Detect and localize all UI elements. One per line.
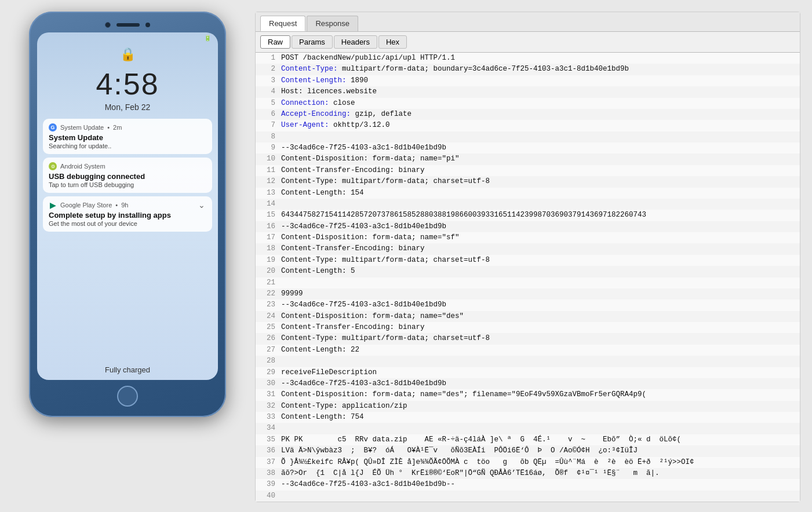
notif-body-play: Get the most out of your device: [49, 220, 206, 227]
http-panel: Request Response Raw Params Headers Hex …: [255, 12, 800, 502]
android-icon: ⊙: [49, 162, 57, 170]
notif-body-android: Tap to turn off USB debugging: [49, 181, 206, 188]
sub-tab-headers[interactable]: Headers: [334, 35, 377, 49]
notif-age-system-update: •: [107, 124, 110, 131]
notification-android-system[interactable]: ⊙ Android System USB debugging connected…: [43, 158, 212, 193]
expand-icon[interactable]: ⌄: [198, 200, 205, 210]
code-line: 1564344758271541142857207378615852880388…: [256, 210, 800, 221]
notifications-area: G System Update • 2m System Update Searc…: [37, 119, 218, 357]
code-line: 39--3c4ad6ce-7f25-4103-a3c1-8d1b40e1bd9b…: [256, 479, 800, 490]
clock-date: Mon, Feb 22: [37, 103, 218, 112]
battery-status: Fully charged: [37, 357, 218, 380]
code-line: 2Content-Type: multipart/form-data; boun…: [256, 64, 800, 75]
notification-system-update[interactable]: G System Update • 2m System Update Searc…: [43, 119, 212, 154]
code-line: 5Connection: close: [256, 98, 800, 109]
code-line: 30--3c4ad6ce-7f25-4103-a3c1-8d1b40e1bd9b: [256, 378, 800, 389]
play-icon: ▶: [49, 201, 57, 209]
notif-header-system-update: G System Update • 2m: [49, 123, 206, 131]
code-line: 33Content-Length: 754: [256, 412, 800, 423]
notif-header-android: ⊙ Android System: [49, 162, 206, 170]
code-line: 20Content-Length: 5: [256, 266, 800, 277]
code-line: 40: [256, 491, 800, 502]
notif-body-system-update: Searching for update..: [49, 142, 206, 149]
code-line: 34: [256, 423, 800, 434]
phone-top-bar: [37, 22, 218, 28]
code-line: 17Content-Disposition: form-data; name="…: [256, 232, 800, 243]
code-line: 7User-Agent: okhttp/3.12.0: [256, 120, 800, 131]
code-line: 8: [256, 131, 800, 142]
notification-google-play[interactable]: ▶ Google Play Store • 9h ⌄ Complete setu…: [43, 196, 212, 232]
lock-icon-area: 🔒: [37, 42, 218, 64]
notif-time-play: 9h: [121, 202, 128, 209]
code-line: 23--3c4ad6ce-7f25-4103-a3c1-8d1b40e1bd9b: [256, 299, 800, 310]
code-line: 6Accept-Encoding: gzip, deflate: [256, 109, 800, 120]
code-line: 27Content-Length: 22: [256, 345, 800, 356]
code-line: 10Content-Disposition: form-data; name="…: [256, 153, 800, 164]
lock-symbol: 🔒: [120, 47, 136, 62]
code-line: 32Content-Type: application/zip: [256, 401, 800, 412]
phone-screen: 🔋 🔒 4:58 Mon, Feb 22 G System Update • 2…: [37, 32, 218, 380]
code-line: 11Content-Transfer-Encoding: binary: [256, 165, 800, 176]
code-line: 29receiveFileDescription: [256, 367, 800, 378]
code-line: 12Content-Type: multipart/form-data; cha…: [256, 176, 800, 187]
phone-bottom-bar: [37, 386, 218, 407]
sub-tab-hex[interactable]: Hex: [378, 35, 407, 49]
notif-title-android: USB debugging connected: [49, 172, 206, 181]
phone-speaker: [116, 23, 140, 27]
code-line: 35PK PK c5 RRv data.zip AE «R-÷ä-ç4láÀ ]…: [256, 434, 800, 445]
code-line: 9--3c4ad6ce-7f25-4103-a3c1-8d1b40e1bd9b: [256, 142, 800, 153]
code-line: 18Content-Transfer-Encoding: binary: [256, 243, 800, 254]
tab-response[interactable]: Response: [307, 16, 358, 31]
sub-tab-params[interactable]: Params: [292, 35, 333, 49]
phone-dot: [145, 23, 150, 27]
code-line: 21: [256, 277, 800, 288]
code-line: 1POST /backendNew/public/api/upl HTTP/1.…: [256, 53, 800, 64]
code-line: 14: [256, 199, 800, 210]
notif-time-system-update: 2m: [113, 124, 122, 131]
notif-header-play: ▶ Google Play Store • 9h ⌄: [49, 201, 206, 209]
code-line: 25Content-Transfer-Encoding: binary: [256, 322, 800, 333]
clock-time: 4:58: [37, 67, 218, 101]
code-line: 16--3c4ad6ce-7f25-4103-a3c1-8d1b40e1bd9b: [256, 221, 800, 232]
notif-app-system-update: System Update: [60, 124, 104, 131]
phone-camera: [105, 22, 111, 28]
sub-tab-raw[interactable]: Raw: [260, 35, 290, 49]
notif-title-play: Complete setup by installing apps: [49, 211, 206, 220]
code-line: 19Content-Type: multipart/form-data; cha…: [256, 255, 800, 266]
notif-app-play: Google Play Store: [60, 202, 112, 209]
sub-tabs: Raw Params Headers Hex: [256, 32, 800, 53]
code-line: 38ãõ?>Or {1 C|å l{J ÉÕ Üh ° KrËï®®©‘EoR"…: [256, 468, 800, 479]
code-line: 13Content-Length: 154: [256, 188, 800, 199]
code-line: 37Õ }Å¾½£keifc RÂ¥p( QÛ»DÎ ZÌÈ å]e¾¾ÕÃ¢Ö…: [256, 457, 800, 468]
code-line: 4Host: licences.website: [256, 86, 800, 97]
phone-container: 🔋 🔒 4:58 Mon, Feb 22 G System Update • 2…: [12, 12, 243, 417]
home-button[interactable]: [117, 386, 138, 407]
google-icon: G: [49, 123, 57, 131]
phone: 🔋 🔒 4:58 Mon, Feb 22 G System Update • 2…: [29, 12, 226, 417]
tab-request[interactable]: Request: [260, 16, 305, 31]
code-area: 1POST /backendNew/public/api/upl HTTP/1.…: [256, 53, 800, 502]
code-line: 3Content-Length: 1890: [256, 75, 800, 86]
request-response-tabs: Request Response: [256, 12, 800, 32]
notif-app-android: Android System: [60, 163, 105, 170]
code-line: 28: [256, 356, 800, 367]
code-line: 36LVä Ä>N\ŷwbàz3 ; B¥? óÁ O¥À¹Ë¯v õÑõ3EÀ…: [256, 445, 800, 456]
notif-title-system-update: System Update: [49, 133, 206, 142]
code-line: 26Content-Type: multipart/form-data; cha…: [256, 333, 800, 344]
status-bar: 🔋: [37, 32, 218, 42]
code-line: 31Content-Disposition: form-data; name="…: [256, 389, 800, 400]
notif-age-play: •: [115, 202, 118, 209]
battery-icon: 🔋: [204, 35, 211, 41]
code-line: 2299999: [256, 288, 800, 299]
code-line: 24Content-Disposition: form-data; name="…: [256, 311, 800, 322]
